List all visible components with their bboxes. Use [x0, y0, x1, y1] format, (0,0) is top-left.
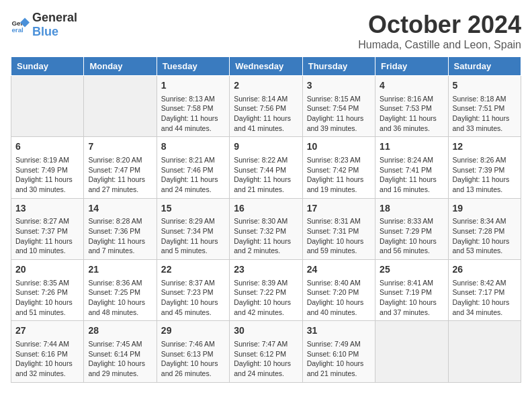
day-number: 17 [307, 202, 371, 216]
day-number: 28 [88, 324, 152, 338]
day-info: Sunrise: 8:21 AM Sunset: 7:46 PM Dayligh… [161, 155, 225, 195]
day-info: Sunrise: 8:16 AM Sunset: 7:53 PM Dayligh… [380, 94, 443, 134]
table-row: 25Sunrise: 8:41 AM Sunset: 7:19 PM Dayli… [375, 260, 448, 321]
table-row: 5Sunrise: 8:18 AM Sunset: 7:51 PM Daylig… [448, 76, 521, 137]
table-row: 3Sunrise: 8:15 AM Sunset: 7:54 PM Daylig… [302, 76, 375, 137]
table-row [448, 321, 521, 382]
calendar-header-row: Sunday Monday Tuesday Wednesday Thursday… [11, 57, 521, 76]
day-number: 3 [307, 79, 371, 93]
day-number: 21 [88, 263, 152, 277]
table-row: 7Sunrise: 8:20 AM Sunset: 7:47 PM Daylig… [84, 137, 157, 198]
table-row: 24Sunrise: 8:40 AM Sunset: 7:20 PM Dayli… [302, 260, 375, 321]
table-row: 22Sunrise: 8:37 AM Sunset: 7:23 PM Dayli… [157, 260, 229, 321]
day-info: Sunrise: 8:30 AM Sunset: 7:32 PM Dayligh… [234, 216, 298, 256]
day-info: Sunrise: 8:19 AM Sunset: 7:49 PM Dayligh… [15, 155, 79, 195]
month-title: October 2024 [358, 11, 521, 39]
col-friday: Friday [375, 57, 448, 76]
day-number: 19 [453, 202, 517, 216]
col-wednesday: Wednesday [230, 57, 302, 76]
day-info: Sunrise: 8:28 AM Sunset: 7:36 PM Dayligh… [88, 216, 152, 256]
day-number: 30 [234, 324, 298, 338]
table-row: 19Sunrise: 8:34 AM Sunset: 7:28 PM Dayli… [448, 198, 521, 259]
day-info: Sunrise: 8:37 AM Sunset: 7:23 PM Dayligh… [161, 278, 225, 318]
day-info: Sunrise: 8:33 AM Sunset: 7:29 PM Dayligh… [380, 216, 443, 256]
day-info: Sunrise: 8:20 AM Sunset: 7:47 PM Dayligh… [88, 155, 152, 195]
table-row: 23Sunrise: 8:39 AM Sunset: 7:22 PM Dayli… [230, 260, 302, 321]
day-info: Sunrise: 8:29 AM Sunset: 7:34 PM Dayligh… [161, 216, 225, 256]
day-number: 26 [453, 263, 517, 277]
day-number: 1 [161, 79, 225, 93]
logo-icon: Gen eral [11, 15, 30, 34]
day-number: 16 [234, 202, 298, 216]
day-number: 4 [380, 79, 443, 93]
table-row: 15Sunrise: 8:29 AM Sunset: 7:34 PM Dayli… [157, 198, 229, 259]
day-number: 9 [234, 140, 298, 154]
table-row: 31Sunrise: 7:49 AM Sunset: 6:10 PM Dayli… [302, 321, 375, 382]
day-number: 29 [161, 324, 225, 338]
calendar-week-row: 1Sunrise: 8:13 AM Sunset: 7:58 PM Daylig… [11, 76, 521, 137]
day-info: Sunrise: 8:39 AM Sunset: 7:22 PM Dayligh… [234, 278, 298, 318]
col-monday: Monday [84, 57, 157, 76]
day-info: Sunrise: 8:40 AM Sunset: 7:20 PM Dayligh… [307, 278, 371, 318]
table-row: 2Sunrise: 8:14 AM Sunset: 7:56 PM Daylig… [230, 76, 302, 137]
table-row: 26Sunrise: 8:42 AM Sunset: 7:17 PM Dayli… [448, 260, 521, 321]
table-row: 9Sunrise: 8:22 AM Sunset: 7:44 PM Daylig… [230, 137, 302, 198]
day-info: Sunrise: 8:13 AM Sunset: 7:58 PM Dayligh… [161, 94, 225, 134]
day-number: 18 [380, 202, 443, 216]
table-row: 30Sunrise: 7:47 AM Sunset: 6:12 PM Dayli… [230, 321, 302, 382]
day-info: Sunrise: 7:49 AM Sunset: 6:10 PM Dayligh… [307, 339, 371, 379]
day-number: 13 [15, 202, 79, 216]
table-row [84, 76, 157, 137]
table-row: 21Sunrise: 8:36 AM Sunset: 7:25 PM Dayli… [84, 260, 157, 321]
day-number: 20 [15, 263, 79, 277]
calendar-week-row: 6Sunrise: 8:19 AM Sunset: 7:49 PM Daylig… [11, 137, 521, 198]
logo-text-general: General [32, 11, 77, 24]
table-row: 11Sunrise: 8:24 AM Sunset: 7:41 PM Dayli… [375, 137, 448, 198]
day-info: Sunrise: 8:31 AM Sunset: 7:31 PM Dayligh… [307, 216, 371, 256]
day-number: 6 [15, 140, 79, 154]
day-number: 11 [380, 140, 443, 154]
day-number: 22 [161, 263, 225, 277]
table-row: 10Sunrise: 8:23 AM Sunset: 7:42 PM Dayli… [302, 137, 375, 198]
day-number: 23 [234, 263, 298, 277]
table-row: 28Sunrise: 7:45 AM Sunset: 6:14 PM Dayli… [84, 321, 157, 382]
day-info: Sunrise: 8:26 AM Sunset: 7:39 PM Dayligh… [453, 155, 517, 195]
col-saturday: Saturday [448, 57, 521, 76]
svg-text:eral: eral [11, 26, 24, 34]
page-header: Gen eral General Blue October 2024 Humad… [11, 11, 521, 51]
logo-text-blue: Blue [32, 25, 58, 38]
day-number: 24 [307, 263, 371, 277]
day-info: Sunrise: 8:18 AM Sunset: 7:51 PM Dayligh… [453, 94, 517, 134]
day-number: 7 [88, 140, 152, 154]
day-info: Sunrise: 8:36 AM Sunset: 7:25 PM Dayligh… [88, 278, 152, 318]
day-number: 10 [307, 140, 371, 154]
col-sunday: Sunday [11, 57, 84, 76]
table-row: 6Sunrise: 8:19 AM Sunset: 7:49 PM Daylig… [11, 137, 84, 198]
day-number: 5 [453, 79, 517, 93]
day-info: Sunrise: 8:35 AM Sunset: 7:26 PM Dayligh… [15, 278, 79, 318]
col-tuesday: Tuesday [157, 57, 229, 76]
day-info: Sunrise: 8:22 AM Sunset: 7:44 PM Dayligh… [234, 155, 298, 195]
day-number: 8 [161, 140, 225, 154]
table-row: 13Sunrise: 8:27 AM Sunset: 7:37 PM Dayli… [11, 198, 84, 259]
day-info: Sunrise: 8:23 AM Sunset: 7:42 PM Dayligh… [307, 155, 371, 195]
day-info: Sunrise: 8:14 AM Sunset: 7:56 PM Dayligh… [234, 94, 298, 134]
table-row: 14Sunrise: 8:28 AM Sunset: 7:36 PM Dayli… [84, 198, 157, 259]
day-info: Sunrise: 8:41 AM Sunset: 7:19 PM Dayligh… [380, 278, 443, 318]
day-number: 27 [15, 324, 79, 338]
table-row [375, 321, 448, 382]
table-row [11, 76, 84, 137]
day-info: Sunrise: 8:15 AM Sunset: 7:54 PM Dayligh… [307, 94, 371, 134]
table-row: 16Sunrise: 8:30 AM Sunset: 7:32 PM Dayli… [230, 198, 302, 259]
table-row: 1Sunrise: 8:13 AM Sunset: 7:58 PM Daylig… [157, 76, 229, 137]
day-info: Sunrise: 8:42 AM Sunset: 7:17 PM Dayligh… [453, 278, 517, 318]
calendar-week-row: 27Sunrise: 7:44 AM Sunset: 6:16 PM Dayli… [11, 321, 521, 382]
location-title: Humada, Castille and Leon, Spain [358, 39, 521, 51]
calendar-week-row: 13Sunrise: 8:27 AM Sunset: 7:37 PM Dayli… [11, 198, 521, 259]
calendar-week-row: 20Sunrise: 8:35 AM Sunset: 7:26 PM Dayli… [11, 260, 521, 321]
table-row: 8Sunrise: 8:21 AM Sunset: 7:46 PM Daylig… [157, 137, 229, 198]
logo-wordmark: General Blue [32, 11, 77, 39]
table-row: 18Sunrise: 8:33 AM Sunset: 7:29 PM Dayli… [375, 198, 448, 259]
title-block: October 2024 Humada, Castille and Leon, … [358, 11, 521, 51]
calendar-table: Sunday Monday Tuesday Wednesday Thursday… [11, 56, 521, 383]
